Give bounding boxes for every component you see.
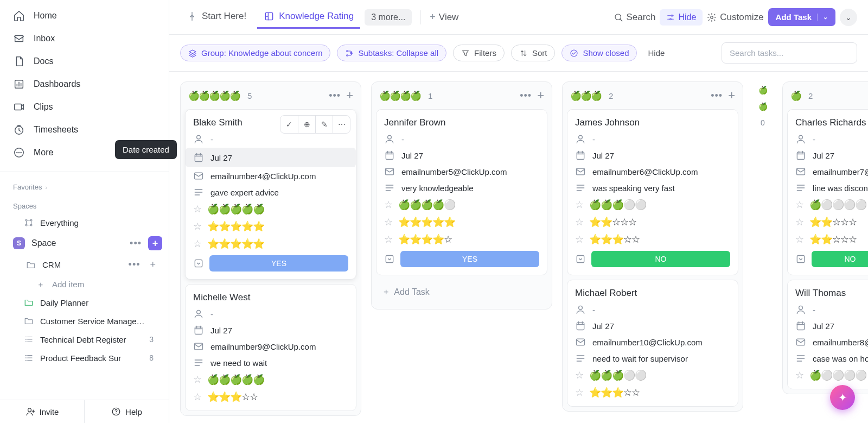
invite-button[interactable]: Invite bbox=[0, 400, 84, 423]
subtasks-chip[interactable]: Subtasks: Collapse all bbox=[337, 45, 446, 61]
space-add-button[interactable]: + bbox=[148, 236, 162, 250]
card-knowledge-rating[interactable]: ☆🍏🍏🍏⚪⚪ bbox=[575, 369, 730, 381]
nav-clips[interactable]: Clips bbox=[0, 96, 169, 118]
card-knowledge-rating[interactable]: ☆🍏⚪⚪⚪⚪ bbox=[795, 199, 868, 211]
group-chip[interactable]: Group: Knowledge about concern bbox=[180, 45, 330, 61]
column-more-icon[interactable]: ••• bbox=[520, 90, 532, 102]
yn-pill[interactable]: NO bbox=[812, 251, 868, 267]
everything-item[interactable]: Everything bbox=[0, 213, 169, 232]
card-stars1[interactable]: ☆⭐⭐⭐☆☆ bbox=[575, 387, 730, 399]
sidebar-crm[interactable]: CRM ••• + bbox=[0, 255, 169, 275]
nav-inbox[interactable]: Inbox bbox=[0, 27, 169, 50]
column-add-icon[interactable]: + bbox=[728, 89, 735, 103]
card-email[interactable]: emailnumber10@ClickUp.com bbox=[575, 337, 730, 348]
task-card[interactable]: Jennifer Brown - Jul 27 emailnumber5@Cli… bbox=[376, 109, 547, 275]
card-stars1[interactable]: ☆⭐⭐⭐⭐⭐ bbox=[193, 220, 348, 232]
card-stars1[interactable]: ☆⭐⭐⭐⭐⭐ bbox=[384, 216, 539, 228]
sort-chip[interactable]: Sort bbox=[511, 45, 556, 61]
tab-start-here[interactable]: Start Here! bbox=[180, 5, 253, 29]
favorites-header[interactable]: Favorites› bbox=[0, 175, 169, 194]
customize-button[interactable]: Customize bbox=[707, 12, 763, 23]
collapsed-column[interactable]: 🍏 🍏 0 bbox=[753, 81, 773, 128]
card-note[interactable]: very knowledgeable bbox=[384, 182, 539, 193]
card-note[interactable]: line was disconnecte bbox=[795, 182, 868, 193]
task-card[interactable]: Charles Richards - Jul 27 emailnumber7@C… bbox=[787, 109, 868, 275]
card-assignee[interactable]: - bbox=[193, 308, 348, 319]
card-date[interactable]: Jul 27 bbox=[384, 150, 539, 161]
card-stars2[interactable]: ☆⭐⭐⭐☆☆ bbox=[575, 233, 730, 245]
filters-chip[interactable]: Filters bbox=[453, 45, 505, 61]
crm-add-icon[interactable]: + bbox=[146, 259, 156, 270]
card-stars2[interactable]: ☆⭐⭐⭐⭐☆ bbox=[384, 233, 539, 245]
column-header[interactable]: 🍏🍏🍏🍏🍏 5 ••• + bbox=[181, 82, 361, 109]
card-assignee[interactable]: - bbox=[193, 134, 348, 144]
card-knowledge-rating[interactable]: ☆🍏⚪⚪⚪⚪ bbox=[795, 369, 868, 381]
fab-button[interactable]: ✦ bbox=[830, 385, 855, 410]
column-add-task[interactable]: +Add Task bbox=[376, 280, 547, 305]
yn-pill[interactable]: NO bbox=[591, 251, 730, 267]
show-closed-chip[interactable]: Show closed bbox=[561, 45, 637, 61]
nav-docs[interactable]: Docs bbox=[0, 50, 169, 73]
card-note[interactable]: need to wait for supervisor bbox=[575, 353, 730, 364]
card-stars2[interactable]: ☆⭐⭐☆☆☆ bbox=[795, 233, 868, 245]
dropdown-icon[interactable] bbox=[795, 254, 806, 264]
overflow-button[interactable]: ⌄ bbox=[840, 9, 857, 26]
add-view[interactable]: +View bbox=[430, 11, 458, 23]
card-email[interactable]: emailnumber7@Clic bbox=[795, 166, 868, 177]
card-email[interactable]: emailnumber6@ClickUp.com bbox=[575, 166, 730, 177]
dropdown-icon[interactable] bbox=[384, 254, 395, 264]
card-note[interactable]: was speaking very fast bbox=[575, 182, 730, 193]
column-add-icon[interactable]: + bbox=[537, 89, 544, 103]
task-card[interactable]: Will Thomas - Jul 27 emailnumber8@Clic c… bbox=[787, 280, 868, 389]
card-assignee[interactable]: - bbox=[575, 134, 730, 144]
card-date[interactable]: Jul 27 bbox=[575, 150, 730, 161]
help-button[interactable]: Help bbox=[84, 400, 169, 423]
sidebar-add-item[interactable]: + Add item bbox=[0, 275, 169, 293]
card-stars2[interactable]: ☆⭐⭐⭐⭐⭐ bbox=[193, 238, 348, 250]
nav-dashboards[interactable]: Dashboards bbox=[0, 73, 169, 96]
tabs-more[interactable]: 3 more... bbox=[365, 9, 412, 26]
column-header[interactable]: 🍏 2 ••• + bbox=[783, 82, 868, 109]
space-item[interactable]: S Space ••• + bbox=[0, 232, 169, 255]
yn-pill[interactable]: YES bbox=[400, 251, 539, 267]
card-assignee[interactable]: - bbox=[384, 134, 539, 144]
task-card[interactable]: Michelle West - Jul 27 emailnumber9@Clic… bbox=[185, 284, 356, 411]
add-task-button[interactable]: Add Task⌄ bbox=[768, 8, 835, 26]
card-date[interactable]: Jul 27 bbox=[795, 320, 868, 331]
tab-knowledge-rating[interactable]: Knowledge Rating bbox=[257, 5, 360, 29]
chevron-down-icon[interactable]: ⌄ bbox=[817, 14, 828, 21]
card-note[interactable]: we need to wait bbox=[193, 357, 348, 368]
card-date[interactable]: Jul 27 bbox=[795, 150, 868, 161]
nav-timesheets[interactable]: Timesheets bbox=[0, 118, 169, 141]
search-button[interactable]: Search bbox=[614, 12, 656, 23]
column-header[interactable]: 🍏🍏🍏 2 ••• + bbox=[563, 82, 743, 109]
card-note[interactable]: case was on hold bbox=[795, 353, 868, 364]
card-assignee[interactable]: - bbox=[795, 134, 868, 144]
sidebar-product-feedback[interactable]: Product Feedback Sur8 bbox=[0, 349, 169, 367]
yn-pill[interactable]: YES bbox=[209, 255, 348, 272]
card-date[interactable]: Jul 27 bbox=[193, 325, 348, 336]
dropdown-icon[interactable] bbox=[575, 254, 586, 264]
card-note[interactable]: gave expert advice bbox=[193, 187, 348, 198]
space-more-icon[interactable]: ••• bbox=[130, 238, 142, 249]
card-stars1[interactable]: ☆⭐⭐☆☆☆ bbox=[575, 216, 730, 228]
column-more-icon[interactable]: ••• bbox=[711, 90, 723, 102]
card-date[interactable]: Jul 27 bbox=[186, 148, 356, 167]
task-card[interactable]: ✓ ⊕ ✎ ⋯ Blake Smith - Jul 27 emailnumber… bbox=[185, 109, 356, 280]
card-assignee[interactable]: - bbox=[795, 304, 868, 315]
search-tasks-input[interactable]: Search tasks... bbox=[722, 42, 857, 64]
card-email[interactable]: emailnumber9@ClickUp.com bbox=[193, 341, 348, 352]
hide-filters[interactable]: Hide bbox=[643, 48, 669, 58]
edit-button[interactable]: ✎ bbox=[315, 116, 333, 133]
column-header[interactable]: 🍏🍏🍏🍏 1 ••• + bbox=[372, 82, 552, 109]
card-stars1[interactable]: ☆⭐⭐⭐☆☆ bbox=[193, 391, 348, 403]
card-email[interactable]: emailnumber8@Clic bbox=[795, 337, 868, 348]
card-date[interactable]: Jul 27 bbox=[575, 320, 730, 331]
card-assignee[interactable]: - bbox=[575, 304, 730, 315]
card-more-button[interactable]: ⋯ bbox=[333, 116, 350, 133]
column-more-icon[interactable]: ••• bbox=[329, 90, 341, 102]
card-stars1[interactable]: ☆⭐⭐☆☆☆ bbox=[795, 216, 868, 228]
card-knowledge-rating[interactable]: ☆🍏🍏🍏🍏🍏 bbox=[193, 203, 348, 215]
hide-button[interactable]: Hide bbox=[660, 9, 703, 26]
card-email[interactable]: emailnumber4@ClickUp.com bbox=[193, 171, 348, 181]
